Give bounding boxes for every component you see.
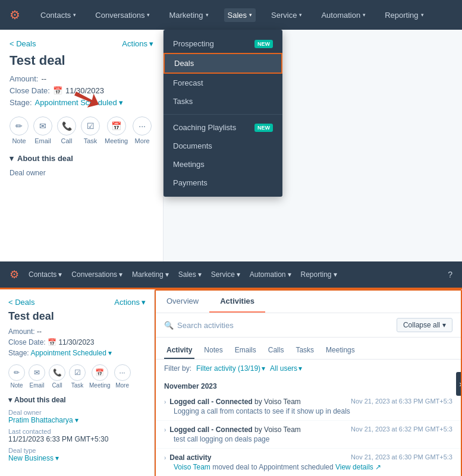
call-action[interactable]: 📞 Call — [57, 116, 76, 144]
dropdown-deals[interactable]: Deals — [164, 53, 282, 74]
dropdown-payments[interactable]: Payments — [164, 174, 282, 192]
filter-activity-link[interactable]: Filter activity (13/19) ▾ — [196, 364, 265, 373]
email-action[interactable]: ✉ Email — [33, 116, 52, 144]
search-icon: 🔍 — [164, 321, 174, 330]
bl-action-icons-row: ✏ Note ✉ Email 📞 Call ☑ Task 📅 Meeti — [8, 364, 146, 389]
nav-reporting[interactable]: Reporting ▾ — [381, 8, 427, 22]
tab-overview[interactable]: Overview — [156, 291, 209, 313]
filter-tab-notes[interactable]: Notes — [202, 342, 225, 359]
collapse-all-button[interactable]: Collapse all ▾ — [397, 318, 452, 332]
actions-button[interactable]: Actions ▾ — [122, 39, 153, 48]
bl-last-contacted-label: Last contacted — [8, 428, 146, 435]
calendar-icon: 📅 — [53, 86, 62, 95]
nav-marketing[interactable]: Marketing ▾ — [165, 8, 212, 22]
breadcrumb-row: < Deals Actions ▾ — [10, 39, 153, 48]
nav-conversations[interactable]: Conversations ▾ — [92, 8, 153, 22]
filter-tab-calls[interactable]: Calls — [266, 342, 287, 359]
dropdown-tasks[interactable]: Tasks — [164, 92, 282, 111]
prospecting-badge: NEW — [254, 40, 273, 48]
bl-breadcrumb-row: < Deals Actions ▾ — [8, 298, 146, 307]
bl-note-action[interactable]: ✏ Note — [8, 364, 25, 389]
bnav-service[interactable]: Service ▾ — [211, 270, 240, 279]
nav-automation[interactable]: Automation ▾ — [318, 8, 369, 22]
bl-last-contacted-value: 11/21/2023 6:33 PM GMT+5:30 — [8, 435, 146, 443]
bl-about-title[interactable]: ▾ About this deal — [8, 396, 146, 404]
activity-item-3[interactable]: › Deal activity Nov 21, 2023 at 6:30 PM … — [156, 449, 461, 476]
view-details-link[interactable]: View details ↗ — [335, 463, 381, 471]
task-action[interactable]: ☑ Task — [81, 116, 100, 144]
stage-field: Stage: Appointment Scheduled ▾ — [10, 98, 153, 107]
bl-stage-value[interactable]: Appointment Scheduled ▾ — [30, 349, 112, 357]
main-top-section: < Deals Actions ▾ Test deal Amount: -- C… — [0, 30, 462, 261]
search-placeholder: Search activities — [177, 321, 234, 330]
search-box[interactable]: 🔍 Search activities — [164, 321, 234, 330]
marketing-chevron: ▾ — [206, 12, 209, 18]
panel-slide-handle[interactable]: ›› — [456, 372, 462, 396]
bnav-reporting[interactable]: Reporting ▾ — [301, 270, 337, 279]
filter-row: Filter by: Filter activity (13/19) ▾ All… — [156, 360, 461, 377]
collapse-chevron: ▾ — [442, 321, 446, 329]
activity-section-label: November 2023 — [156, 377, 461, 393]
search-row: 🔍 Search activities Collapse all ▾ — [156, 313, 461, 338]
all-users-filter[interactable]: All users ▾ — [270, 364, 302, 373]
sales-dropdown-menu: Prospecting NEW Deals Forecast Tasks Coa… — [164, 30, 282, 197]
deals-breadcrumb[interactable]: < Deals — [10, 39, 36, 48]
bl-meeting-icon: 📅 — [92, 364, 108, 381]
bl-note-icon: ✏ — [8, 364, 25, 381]
bl-call-action[interactable]: 📞 Call — [49, 364, 65, 389]
note-action[interactable]: ✏ Note — [10, 116, 29, 144]
about-section: ▾ About this deal Deal owner — [10, 154, 153, 177]
bnav-contacts[interactable]: Contacts ▾ — [29, 270, 62, 279]
bnav-automation[interactable]: Automation ▾ — [250, 270, 291, 279]
bottom-hubspot-logo: ⚙ — [10, 268, 19, 281]
bl-more-action[interactable]: ··· More — [114, 364, 131, 389]
filter-tab-meetings[interactable]: Meetings — [323, 342, 357, 359]
bl-deals-breadcrumb[interactable]: < Deals — [8, 298, 34, 307]
bl-stage-chevron: ▾ — [108, 349, 112, 357]
bnav-service-chevron: ▾ — [237, 270, 240, 279]
nav-service[interactable]: Service ▾ — [268, 8, 306, 22]
bnav-sales-chevron: ▾ — [198, 270, 202, 279]
deal-left-panel: < Deals Actions ▾ Test deal Amount: -- C… — [0, 30, 164, 261]
bl-deal-type-value[interactable]: New Business ▾ — [8, 454, 146, 462]
about-chevron: ▾ — [10, 154, 14, 163]
bl-stage-field: Stage: Appointment Scheduled ▾ — [8, 349, 146, 357]
nav-sales[interactable]: Sales ▾ — [224, 8, 256, 22]
activity-desc-1: Logging a call from contacts to see if i… — [164, 407, 452, 415]
dropdown-documents[interactable]: Documents — [164, 137, 282, 155]
bl-deal-owner-value[interactable]: Pratim Bhattacharya ▾ — [8, 416, 146, 424]
bnav-conversations[interactable]: Conversations ▾ — [71, 270, 122, 279]
tab-activities[interactable]: Activities — [209, 291, 265, 313]
activity-item-1[interactable]: › Logged call - Connected by Voiso Team … — [156, 393, 461, 421]
action-icons-row: ✏ Note ✉ Email 📞 Call ☑ Task 📅 Meeting ·… — [10, 116, 153, 144]
dropdown-forecast[interactable]: Forecast — [164, 74, 282, 92]
bnav-marketing-chevron: ▾ — [165, 270, 169, 279]
nav-contacts[interactable]: Contacts ▾ — [37, 8, 80, 22]
voiso-team-link[interactable]: Voiso Team — [174, 463, 210, 471]
filter-tab-emails[interactable]: Emails — [232, 342, 259, 359]
stage-value[interactable]: Appointment Scheduled ▾ — [35, 98, 123, 107]
filter-tab-tasks[interactable]: Tasks — [293, 342, 316, 359]
service-chevron: ▾ — [299, 12, 302, 18]
top-navigation: ⚙ Contacts ▾ Conversations ▾ Marketing ▾… — [0, 0, 462, 30]
dropdown-meetings[interactable]: Meetings — [164, 155, 282, 174]
bl-task-action[interactable]: ☑ Task — [69, 364, 86, 389]
bl-more-icon: ··· — [114, 364, 131, 381]
bnav-marketing[interactable]: Marketing ▾ — [132, 270, 169, 279]
bl-about-section: ▾ About this deal Deal owner Pratim Bhat… — [8, 396, 146, 462]
more-action[interactable]: ··· More — [133, 116, 152, 144]
filter-tab-activity[interactable]: Activity — [164, 342, 194, 359]
activity-title-2: Logged call - Connected by Voiso Team — [169, 425, 301, 434]
automation-chevron: ▾ — [363, 12, 366, 18]
dropdown-prospecting[interactable]: Prospecting NEW — [164, 34, 282, 53]
bl-email-action[interactable]: ✉ Email — [29, 364, 45, 389]
about-title[interactable]: ▾ About this deal — [10, 154, 153, 163]
activity-item-2[interactable]: › Logged call - Connected by Voiso Team … — [156, 421, 461, 449]
activity-chevron-3: › — [164, 455, 166, 461]
bl-actions-button[interactable]: Actions ▾ — [114, 298, 146, 307]
bnav-sales[interactable]: Sales ▾ — [178, 270, 202, 279]
dropdown-coaching[interactable]: Coaching Playlists NEW — [164, 118, 282, 137]
bl-meeting-action[interactable]: 📅 Meeting — [89, 364, 111, 389]
bnav-contacts-chevron: ▾ — [58, 270, 62, 279]
meeting-action[interactable]: 📅 Meeting — [105, 116, 128, 144]
